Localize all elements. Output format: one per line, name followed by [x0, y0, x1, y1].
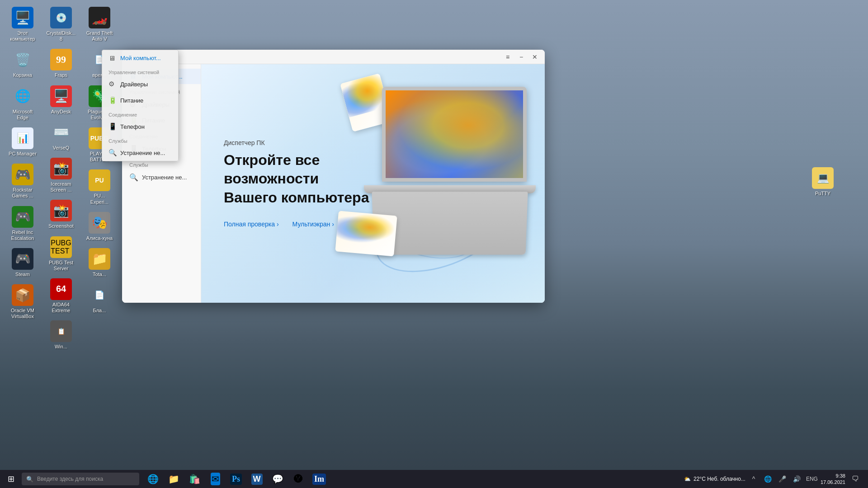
- tray-icon-expand[interactable]: ^: [748, 474, 759, 484]
- desktop-icon-computer[interactable]: 🖥️ Этоткомпьютер: [5, 5, 41, 44]
- context-menu: 🖥 Мой компьют... Управление системой ⚙ Д…: [102, 50, 179, 161]
- notification-center-button[interactable]: 🗨: [848, 470, 863, 488]
- menu-item-drivers[interactable]: ⚙ Драйверы: [102, 76, 178, 92]
- desktop-icon-fraps[interactable]: 99 Fraps: [43, 47, 79, 80]
- desktop: 🖥️ Этоткомпьютер 🗑️ Корзина 🌐 MicrosoftE…: [0, 0, 868, 488]
- taskbar-app-yandex[interactable]: 🅨: [288, 470, 308, 488]
- desktop-icon-recycle[interactable]: 🗑️ Корзина: [5, 47, 41, 80]
- close-button[interactable]: ✕: [528, 51, 541, 63]
- tray-icon-microphone[interactable]: 🎤: [777, 474, 788, 484]
- desktop-icon-verseq[interactable]: ⌨️ VerseQ: [43, 119, 79, 153]
- desktop-icons-container: 🖥️ Этоткомпьютер 🗑️ Корзина 🌐 MicrosoftE…: [5, 5, 113, 352]
- multiscreen-link[interactable]: Мультиэкран ›: [292, 221, 334, 228]
- desktop-icon-pubg-test[interactable]: PUBGTEST PUBG TestServer: [43, 234, 79, 274]
- menu-item-mycomputer[interactable]: 🖥 Мой компьют...: [102, 50, 178, 66]
- taskbar-search-box[interactable]: 🔍: [22, 473, 139, 485]
- desktop-icon-oracle[interactable]: 📦 Oracle VMVirtualBox: [5, 282, 41, 322]
- taskbar-app-skype[interactable]: 💬: [268, 470, 288, 488]
- clock-time: 9:38: [836, 473, 845, 479]
- desktop-icon-screenshot[interactable]: 📸 Screenshot: [43, 197, 79, 231]
- desktop-icon-pcmanager[interactable]: 📊 PC Manager: [5, 125, 41, 159]
- system-tray-icons: ^ 🌐 🎤 🔊 ENG: [748, 474, 818, 484]
- taskbar: ⊞ 🔍 🌐 📁 🛍️ ✉ Ps W 💬: [0, 470, 868, 488]
- taskbar-app-explorer[interactable]: 📁: [164, 470, 184, 488]
- content-links: Полная проверка › Мультиэкран ›: [224, 221, 522, 228]
- content-title: Откройте все возможности Вашего компьюте…: [224, 151, 414, 207]
- window-titlebar: ≡ − ✕: [122, 50, 545, 64]
- desktop-icon-steam[interactable]: 🎮 Steam: [5, 246, 41, 280]
- desktop-icon-rebel[interactable]: 🎮 Rebel IncEscalation: [5, 204, 41, 244]
- weather-text: 22°C Неб. облачно...: [693, 476, 745, 482]
- card-bottom-content: [336, 211, 397, 247]
- desktop-icon-anydesk[interactable]: 🖥️ AnyDesk: [43, 83, 79, 117]
- pc-manager-window: ≡ − ✕ 🖥 Мой компьют... Управление систем…: [122, 50, 545, 303]
- menu-section-connection: Соединение: [102, 108, 178, 118]
- desktop-icon-putty[interactable]: 💻 PuTTY: [805, 167, 841, 196]
- taskbar-app-photoshop[interactable]: Ps: [226, 470, 246, 488]
- sidebar-item-troubleshoot[interactable]: 🔍 Устранение не...: [122, 169, 201, 185]
- menu-button[interactable]: ≡: [501, 51, 514, 63]
- taskbar-app-word[interactable]: W: [247, 470, 267, 488]
- search-input[interactable]: [37, 476, 135, 482]
- desktop-icon-gta[interactable]: 🏎️ Grand TheftAuto V: [81, 5, 118, 44]
- desktop-icon-aida64[interactable]: 64 AIDA64Extreme: [43, 276, 79, 316]
- language-indicator[interactable]: ENG: [806, 476, 818, 482]
- taskbar-app-imessage[interactable]: Im: [309, 470, 329, 488]
- search-icon: 🔍: [129, 173, 137, 182]
- desktop-icon-rockstar[interactable]: 🎮 RockstarGames ...: [5, 161, 41, 201]
- menu-item-power[interactable]: 🔋 Питание: [102, 92, 178, 108]
- taskbar-app-mail[interactable]: ✉: [205, 470, 225, 488]
- content-subtitle: Диспетчер ПК: [224, 139, 522, 146]
- taskbar-right: ⛅ 22°C Неб. облачно... ^ 🌐 🎤 🔊 ENG 9:38 …: [684, 470, 868, 488]
- menu-section-system: Управление системой: [102, 66, 178, 76]
- search-icon: 🔍: [108, 149, 116, 157]
- window-body: 🖥 Мой компьют... Управление системой ⚙ Д…: [122, 64, 545, 303]
- taskbar-clock[interactable]: 9:38 17.06.2021: [821, 473, 845, 486]
- start-button[interactable]: ⊞: [0, 470, 22, 488]
- phone-icon: 📱: [108, 122, 116, 131]
- menu-item-troubleshoot[interactable]: 🔍 Устранение не...: [102, 145, 178, 161]
- taskbar-app-edge[interactable]: 🌐: [143, 470, 163, 488]
- weather-widget[interactable]: ⛅ 22°C Неб. облачно...: [684, 476, 745, 482]
- desktop-icon-icecream[interactable]: 📸 IcecreamScreen ...: [43, 155, 79, 195]
- desktop-icon-alice[interactable]: 🎭 Алиса-хуна: [81, 210, 118, 244]
- computer-icon: 🖥: [108, 54, 116, 62]
- tray-icon-network[interactable]: 🌐: [763, 474, 774, 484]
- floating-card-bottom: [335, 211, 397, 257]
- desktop-icon-edge[interactable]: 🌐 MicrosoftEdge: [5, 83, 41, 123]
- desktop-icon-pubg2[interactable]: PU PU...Experi...: [81, 167, 118, 207]
- weather-icon: ⛅: [684, 476, 691, 482]
- desktop-icon-crystaldisk[interactable]: 💿 CrystalDisk...8: [43, 5, 79, 44]
- taskbar-app-store[interactable]: 🛍️: [184, 470, 204, 488]
- desktop-icon-bla[interactable]: 📄 Бла...: [81, 282, 118, 316]
- menu-item-phone[interactable]: 📱 Телефон: [102, 118, 178, 135]
- desktop-icon-total[interactable]: 📁 Tota...: [81, 246, 118, 280]
- tray-icon-speaker[interactable]: 🔊: [792, 474, 802, 484]
- taskbar-apps: 🌐 📁 🛍️ ✉ Ps W 💬 🅨 I: [143, 470, 329, 488]
- clock-date: 17.06.2021: [821, 479, 845, 485]
- full-check-link[interactable]: Полная проверка ›: [224, 221, 279, 228]
- pc-manager-main: Диспетчер ПК Откройте все возможности Ва…: [201, 64, 545, 303]
- minimize-button[interactable]: −: [515, 51, 528, 63]
- drivers-icon: ⚙: [108, 80, 116, 88]
- desktop-icon-win[interactable]: 📋 Win...: [43, 318, 79, 352]
- menu-section-services: Службы: [102, 135, 178, 145]
- search-icon: 🔍: [26, 476, 33, 483]
- power-icon: 🔋: [108, 96, 116, 104]
